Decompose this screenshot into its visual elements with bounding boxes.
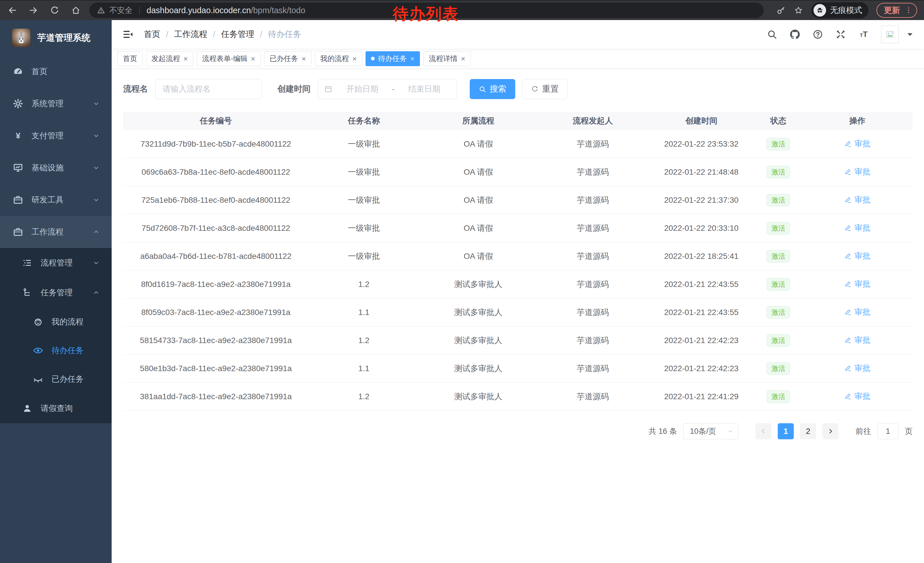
- sidebar-item-system[interactable]: 系统管理: [0, 88, 112, 120]
- cell-starter: 芋道源码: [538, 223, 648, 234]
- chevron-down-icon: [727, 428, 734, 434]
- home-icon[interactable]: [71, 6, 81, 15]
- forward-icon[interactable]: [28, 6, 38, 15]
- sidebar-item-task-management[interactable]: 任务管理: [0, 278, 112, 308]
- sidebar-collapse-icon[interactable]: [122, 29, 134, 41]
- pagination-page-1[interactable]: 1: [778, 423, 794, 439]
- table-header-row: 任务编号任务名称所属流程流程发起人创建时间状态操作: [123, 112, 912, 130]
- reset-button[interactable]: 重置: [522, 79, 568, 99]
- breadcrumb-item[interactable]: 任务管理: [221, 29, 254, 40]
- table-row: 58154733-7ac8-11ec-a9e2-a2380e71991a1.2测…: [123, 326, 912, 354]
- breadcrumb-item[interactable]: 首页: [144, 29, 160, 40]
- incognito-circle: [813, 4, 826, 17]
- close-icon[interactable]: ×: [251, 55, 255, 62]
- approve-link[interactable]: 审批: [844, 307, 870, 318]
- password-key-icon[interactable]: [776, 6, 786, 15]
- avatar-caret-down-icon[interactable]: [904, 29, 915, 40]
- github-icon[interactable]: [789, 29, 800, 40]
- browser-update-button[interactable]: 更新: [876, 3, 917, 18]
- breadcrumb-item[interactable]: 工作流程: [174, 29, 207, 40]
- sidebar-item-devtools[interactable]: 研发工具: [0, 184, 112, 216]
- help-icon[interactable]: [812, 29, 823, 40]
- bookmark-star-icon[interactable]: [794, 6, 803, 15]
- approve-link[interactable]: 审批: [844, 335, 870, 346]
- close-icon[interactable]: ×: [302, 55, 306, 62]
- chevron-up-icon: [92, 228, 100, 236]
- approve-link[interactable]: 审批: [844, 391, 870, 402]
- cell-starter: 芋道源码: [538, 335, 648, 346]
- cell-status: 激活: [754, 306, 802, 319]
- pagination-page-2[interactable]: 2: [800, 423, 816, 439]
- pagination-next-button[interactable]: [822, 423, 838, 439]
- sidebar-item-infrastructure[interactable]: 基础设施: [0, 152, 112, 184]
- page-size-select[interactable]: 10条/页: [683, 423, 738, 439]
- close-icon[interactable]: ×: [183, 55, 188, 62]
- end-date-placeholder[interactable]: 结束日期: [398, 84, 451, 95]
- sidebar-item-todo-task[interactable]: 待办任务: [0, 336, 112, 365]
- tab-my-process[interactable]: 我的流程×: [315, 51, 362, 66]
- sidebar-item-workflow[interactable]: 工作流程: [0, 216, 112, 248]
- date-range-picker[interactable]: 开始日期 - 结束日期: [318, 79, 457, 99]
- cell-task-name: 一级审批: [309, 139, 419, 150]
- main-panel: 首页/工作流程/任务管理/待办任务 TT 首页发起流程×流程表单-编辑×已办任务…: [112, 20, 924, 563]
- pencil-icon: [844, 140, 852, 147]
- approve-link[interactable]: 审批: [844, 222, 870, 233]
- cell-status: 激活: [754, 390, 802, 403]
- approve-link[interactable]: 审批: [844, 279, 870, 290]
- cell-action: 审批: [802, 194, 912, 206]
- start-date-placeholder[interactable]: 开始日期: [336, 84, 389, 95]
- approve-link[interactable]: 审批: [844, 138, 870, 149]
- cell-task-id: 725a1eb6-7b88-11ec-8ef0-acde48001122: [123, 195, 309, 205]
- goto-page-input[interactable]: [878, 423, 898, 439]
- tab-process-detail[interactable]: 流程详情×: [423, 51, 471, 66]
- search-icon[interactable]: [766, 29, 777, 40]
- tab-todo-task[interactable]: 待办任务×: [366, 51, 420, 66]
- font-size-icon[interactable]: TT: [858, 29, 869, 40]
- search-button-label: 搜索: [490, 83, 506, 95]
- tab-start-process[interactable]: 发起流程×: [146, 51, 193, 66]
- cell-task-name: 一级审批: [309, 195, 419, 206]
- pencil-icon: [844, 392, 852, 400]
- browser-nav-controls: [8, 6, 81, 15]
- sidebar-item-leave-query[interactable]: 请假查询: [0, 393, 112, 423]
- pencil-icon: [844, 224, 852, 232]
- close-icon[interactable]: ×: [352, 55, 357, 62]
- reload-icon[interactable]: [50, 6, 60, 15]
- sidebar-item-done-task[interactable]: 已办任务: [0, 365, 112, 393]
- approve-link-label: 审批: [855, 307, 870, 318]
- close-icon[interactable]: ×: [410, 55, 414, 62]
- status-badge: 激活: [766, 138, 790, 150]
- filter-bar: 流程名 创建时间 开始日期 - 结束日期 搜索 重: [123, 79, 912, 99]
- sidebar-item-label: 首页: [32, 66, 48, 77]
- sidebar-item-payment[interactable]: ¥支付管理: [0, 120, 112, 152]
- process-name-input[interactable]: [155, 79, 262, 99]
- sidebar-item-home[interactable]: 首页: [0, 56, 112, 88]
- close-icon[interactable]: ×: [461, 55, 465, 62]
- pagination-prev-button[interactable]: [755, 423, 771, 439]
- sidebar-logo[interactable]: 🐰 芋道管理系统: [0, 20, 112, 56]
- cell-starter: 芋道源码: [538, 251, 648, 262]
- refresh-icon: [531, 86, 539, 93]
- approve-link[interactable]: 审批: [844, 194, 870, 205]
- status-badge: 激活: [766, 222, 790, 234]
- sidebar-item-label: 系统管理: [32, 98, 63, 109]
- create-time-label: 创建时间: [278, 83, 310, 95]
- sidebar-item-process-management[interactable]: 流程管理: [0, 248, 112, 278]
- cell-starter: 芋道源码: [538, 139, 648, 150]
- browser-menu-icon[interactable]: [904, 6, 912, 14]
- approve-link-label: 审批: [855, 391, 870, 402]
- tab-form-edit[interactable]: 流程表单-编辑×: [196, 51, 261, 66]
- fullscreen-icon[interactable]: [835, 29, 846, 40]
- approve-link[interactable]: 审批: [844, 363, 870, 374]
- security-label: 不安全: [110, 5, 132, 15]
- search-button[interactable]: 搜索: [470, 79, 515, 99]
- incognito-icon: [816, 6, 824, 14]
- avatar[interactable]: [881, 26, 899, 43]
- approve-link[interactable]: 审批: [844, 167, 870, 177]
- tab-home[interactable]: 首页: [117, 51, 142, 66]
- approve-link[interactable]: 审批: [844, 251, 870, 261]
- pencil-icon: [844, 196, 852, 204]
- sidebar-item-my-process[interactable]: 我的流程: [0, 308, 112, 336]
- back-icon[interactable]: [8, 6, 17, 15]
- tab-done-task[interactable]: 已办任务×: [264, 51, 311, 66]
